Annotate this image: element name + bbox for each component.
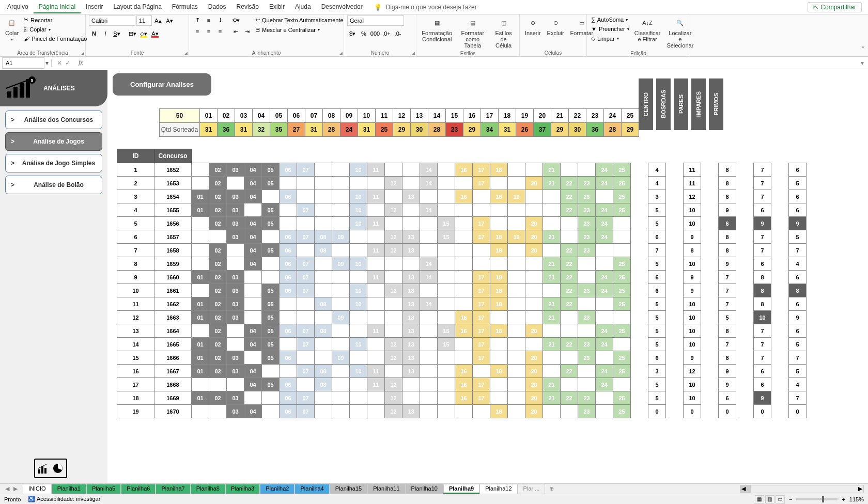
autosum-button[interactable]: ∑AutoSoma▾: [590, 15, 630, 24]
cell-num[interactable]: [227, 378, 244, 391]
cell-num[interactable]: [578, 271, 596, 284]
cell-num[interactable]: [332, 297, 350, 311]
cell-num[interactable]: 07: [297, 257, 315, 271]
cell-num[interactable]: [192, 217, 209, 230]
cell-num[interactable]: 05: [262, 378, 280, 391]
cell-num[interactable]: 04: [244, 257, 262, 271]
cell-concurso[interactable]: 1653: [154, 177, 192, 190]
cell-num[interactable]: 09: [332, 311, 350, 324]
sheet-tab-planilha4[interactable]: Planilha4: [295, 484, 329, 494]
cell-stat[interactable]: 9: [789, 217, 807, 230]
cell-num[interactable]: 02: [209, 311, 227, 324]
menu-tab-exibir[interactable]: Exibir: [264, 1, 290, 13]
cell-num[interactable]: 05: [262, 311, 280, 324]
cell-num[interactable]: [508, 365, 525, 378]
cell-num[interactable]: [402, 203, 420, 217]
cell-id[interactable]: 12: [117, 311, 154, 324]
cell-num[interactable]: [315, 391, 332, 405]
cell-num[interactable]: [297, 297, 315, 311]
panel-menu-0[interactable]: >Análise dos Concursos: [5, 111, 102, 129]
cell-num[interactable]: [508, 284, 525, 297]
cell-num[interactable]: [315, 177, 332, 190]
cell-num[interactable]: 08: [315, 244, 332, 257]
accept-formula-icon[interactable]: ✓: [65, 59, 70, 67]
cell-stat[interactable]: 10: [684, 297, 701, 311]
cell-stat[interactable]: 11: [684, 177, 701, 190]
cell-num[interactable]: [262, 391, 280, 405]
cell-num[interactable]: 11: [367, 378, 385, 391]
cell-stat[interactable]: 8: [719, 244, 736, 257]
cell-num[interactable]: [350, 311, 367, 324]
format-painter-button[interactable]: 🖌Pincel de Formatação: [23, 35, 88, 43]
cell-stat[interactable]: 8: [754, 271, 771, 284]
cell-num[interactable]: [367, 405, 385, 418]
cell-num[interactable]: 13: [402, 324, 420, 338]
cell-num[interactable]: 16: [455, 190, 473, 203]
cell-num[interactable]: 06: [280, 391, 297, 405]
cell-num[interactable]: 04: [244, 244, 262, 257]
cell-num[interactable]: 18: [490, 284, 508, 297]
cell-stat[interactable]: 0: [789, 405, 807, 418]
cell-num[interactable]: [262, 365, 280, 378]
cell-num[interactable]: [244, 351, 262, 365]
cell-stat[interactable]: 8: [719, 230, 736, 244]
cell-num[interactable]: 02: [209, 190, 227, 203]
cell-num[interactable]: 14: [420, 297, 438, 311]
cell-num[interactable]: [350, 378, 367, 391]
cell-num[interactable]: [315, 271, 332, 284]
cell-id[interactable]: 14: [117, 338, 154, 351]
cell-num[interactable]: [543, 203, 561, 217]
sheet-tab-plar ...[interactable]: Plar ...: [518, 484, 546, 494]
cell-stat[interactable]: 10: [684, 378, 701, 391]
cell-num[interactable]: [561, 405, 578, 418]
cell-id[interactable]: 5: [117, 217, 154, 230]
cell-num[interactable]: 13: [402, 405, 420, 418]
new-sheet-icon[interactable]: ⊕: [545, 485, 558, 492]
cell-num[interactable]: [473, 203, 490, 217]
cell-num[interactable]: [227, 324, 244, 338]
cell-num[interactable]: [367, 311, 385, 324]
cell-stat[interactable]: 9: [754, 217, 771, 230]
cell-num[interactable]: [525, 338, 543, 351]
menu-tab-arquivo[interactable]: Arquivo: [2, 1, 34, 13]
cell-num[interactable]: 17: [473, 163, 490, 177]
cell-num[interactable]: [613, 311, 631, 324]
sheet-tab-planilha8[interactable]: Planilha8: [191, 484, 225, 494]
font-color-button[interactable]: A▾: [150, 29, 160, 38]
cell-num[interactable]: 01: [192, 203, 209, 217]
cell-num[interactable]: [420, 217, 438, 230]
cell-stat[interactable]: 0: [684, 405, 701, 418]
cell-num[interactable]: 13: [402, 190, 420, 203]
panel-menu-2[interactable]: >Análise de Jogo Simples: [5, 154, 102, 172]
cell-num[interactable]: 15: [438, 324, 455, 338]
cell-num[interactable]: 09: [332, 257, 350, 271]
cell-num[interactable]: 21: [543, 257, 561, 271]
cell-concurso[interactable]: 1662: [154, 297, 192, 311]
cell-num[interactable]: 03: [227, 217, 244, 230]
cell-num[interactable]: [438, 378, 455, 391]
expand-formula-icon[interactable]: ▾: [857, 59, 868, 67]
cell-num[interactable]: [385, 324, 402, 338]
increase-font-icon[interactable]: A▴: [153, 16, 163, 25]
cell-num[interactable]: [508, 324, 525, 338]
cell-num[interactable]: [402, 257, 420, 271]
cell-stat[interactable]: 7: [754, 230, 771, 244]
cell-stat[interactable]: 8: [719, 163, 736, 177]
cell-num[interactable]: [315, 257, 332, 271]
cell-concurso[interactable]: 1664: [154, 324, 192, 338]
cell-stat[interactable]: 9: [684, 271, 701, 284]
cell-num[interactable]: [438, 177, 455, 190]
cell-num[interactable]: [420, 338, 438, 351]
cell-num[interactable]: 12: [385, 203, 402, 217]
cell-num[interactable]: [543, 284, 561, 297]
cell-num[interactable]: 16: [455, 163, 473, 177]
cell-num[interactable]: 02: [209, 351, 227, 365]
cell-num[interactable]: 21: [543, 271, 561, 284]
cell-num[interactable]: [420, 284, 438, 297]
cell-stat[interactable]: 6: [648, 284, 666, 297]
cell-num[interactable]: 22: [561, 177, 578, 190]
cell-num[interactable]: 07: [297, 230, 315, 244]
cell-num[interactable]: [490, 378, 508, 391]
cell-num[interactable]: 23: [578, 405, 596, 418]
cell-num[interactable]: 02: [209, 244, 227, 257]
